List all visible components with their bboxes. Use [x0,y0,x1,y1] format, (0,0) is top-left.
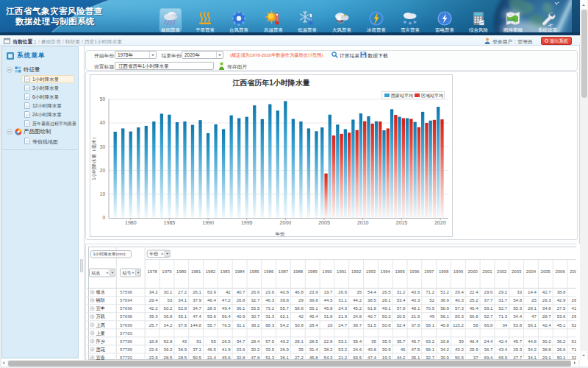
svg-text:57786: 57786 [120,339,133,344]
svg-text:1999: 1999 [453,269,464,274]
svg-text:47.4: 47.4 [368,355,376,360]
svg-text:50: 50 [100,96,106,102]
svg-text:115.2: 115.2 [453,322,464,328]
svg-text:71.2: 71.2 [426,289,434,294]
svg-text:上高: 上高 [96,322,106,328]
svg-text:58.1: 58.1 [426,322,434,328]
svg-text:2010: 2010 [357,220,369,225]
svg-text:52: 52 [429,297,434,302]
svg-text:52.7: 52.7 [484,314,493,319]
svg-text:2000: 2000 [468,269,478,274]
svg-text:38.8: 38.8 [542,347,551,352]
svg-text:42.4: 42.4 [542,322,551,328]
svg-text:28.5: 28.5 [178,355,187,360]
svg-text:58.8: 58.8 [295,305,304,311]
svg-text:19.7: 19.7 [324,289,333,294]
svg-text:1984: 1984 [234,269,245,274]
svg-text:25.9: 25.9 [470,347,478,352]
svg-text:38.5: 38.5 [368,297,376,302]
svg-text:59.1: 59.1 [484,305,493,311]
svg-text:29.6: 29.6 [484,289,493,294]
svg-text:1978: 1978 [148,269,158,274]
svg-text:29: 29 [298,297,304,302]
svg-text:49: 49 [429,314,434,319]
svg-text:54.8: 54.8 [513,297,522,302]
svg-text:27.2: 27.2 [178,289,187,294]
svg-text:1995: 1995 [241,220,253,225]
svg-text:1994: 1994 [381,269,391,274]
svg-text:44.2: 44.2 [353,297,362,302]
svg-text:萍乡: 萍乡 [96,339,106,344]
svg-text:35: 35 [371,339,376,344]
svg-text:42.9: 42.9 [557,297,566,302]
svg-text:23.6: 23.6 [237,347,245,352]
svg-text:42: 42 [298,314,304,319]
svg-text:40.8: 40.8 [440,322,449,328]
svg-text:31.4: 31.4 [309,347,318,352]
svg-text:30.1: 30.1 [164,289,173,294]
svg-text:21.9: 21.9 [338,314,347,319]
svg-text:28.1: 28.1 [295,339,304,344]
svg-text:24.3: 24.3 [338,305,347,311]
svg-text:52.4: 52.4 [397,322,406,328]
svg-text:宜丰: 宜丰 [96,305,106,311]
svg-text:28.7: 28.7 [542,314,551,319]
svg-text:37.8: 37.8 [178,322,187,328]
svg-text:57699: 57699 [120,322,133,328]
svg-text:45.6: 45.6 [222,355,231,360]
svg-text:1986: 1986 [264,269,274,274]
svg-text:92.8: 92.8 [164,339,173,344]
svg-text:43.2: 43.2 [455,347,464,352]
svg-text:36.1: 36.1 [280,355,289,360]
svg-text:53.1: 53.1 [338,339,347,344]
svg-text:57698: 57698 [120,314,133,319]
svg-text:24.8: 24.8 [353,314,362,319]
svg-text:修水: 修水 [96,289,106,294]
svg-text:56.4: 56.4 [222,314,231,319]
svg-text:46.5: 46.5 [207,347,216,352]
svg-text:30: 30 [100,144,106,149]
svg-text:73.2: 73.2 [265,305,274,311]
svg-text:36.8: 36.8 [164,314,173,319]
svg-text:38.8: 38.8 [557,289,566,294]
svg-text:1小时降水量（毫米）: 1小时降水量（毫米） [91,135,97,180]
svg-text:50.2: 50.2 [164,305,173,311]
svg-text:27.7: 27.7 [513,355,522,360]
svg-text:45.7: 45.7 [513,339,522,344]
svg-text:36.9: 36.9 [440,297,449,302]
svg-text:40.8: 40.8 [280,289,289,294]
svg-text:37.7: 37.7 [484,297,493,302]
svg-text:20.8: 20.8 [440,339,449,344]
svg-text:34.7: 34.7 [193,305,201,311]
svg-text:1998: 1998 [439,269,449,274]
svg-text:1995: 1995 [395,269,405,274]
svg-text:63.9: 63.9 [207,289,216,294]
svg-text:10: 10 [100,191,106,197]
svg-text:37.1: 37.1 [193,347,201,352]
svg-text:28.1: 28.1 [528,305,537,311]
svg-text:1980: 1980 [176,269,187,274]
svg-text:53.2: 53.2 [338,347,347,352]
svg-text:62.1: 62.1 [280,314,289,319]
svg-text:35.4: 35.4 [353,339,362,344]
svg-text:2006: 2006 [555,269,565,274]
svg-text:51.3: 51.3 [265,355,274,360]
svg-text:31.8: 31.8 [324,314,333,319]
svg-text:29.4: 29.4 [455,289,464,294]
svg-text:2015: 2015 [396,220,408,225]
svg-text:42: 42 [226,289,231,294]
svg-text:2005: 2005 [318,220,330,225]
svg-text:49.1: 49.1 [382,305,391,311]
svg-text:52.8: 52.8 [178,305,187,311]
svg-text:40.7: 40.7 [237,289,245,294]
svg-text:44.5: 44.5 [324,297,333,302]
svg-text:57.3: 57.3 [455,305,464,311]
svg-text:43: 43 [182,339,187,344]
svg-text:莲花: 莲花 [96,347,106,353]
svg-text:1985: 1985 [249,269,259,274]
svg-text:1980: 1980 [125,220,137,225]
svg-text:50.2: 50.2 [382,314,391,319]
svg-text:22.8: 22.8 [324,339,333,344]
svg-text:1小时降水量(mm): 1小时降水量(mm) [93,252,126,256]
svg-text:69.5: 69.5 [353,355,362,360]
